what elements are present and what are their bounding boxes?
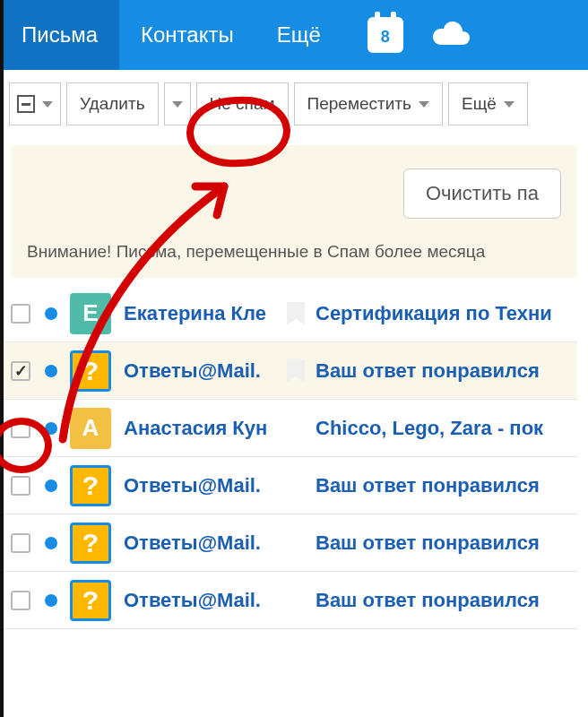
message-checkbox[interactable] (11, 304, 30, 324)
toolbar: Удалить Не спам Переместить Ещё (0, 70, 588, 138)
message-sender: Екатерина Кле (124, 302, 287, 325)
avatar: ? (70, 523, 111, 564)
message-sender: Анастасия Кун (124, 417, 287, 440)
message-subject: Chicco, Lego, Zara - пок (316, 417, 543, 440)
unread-dot-icon (45, 422, 57, 435)
message-row[interactable]: ЕЕкатерина КлеСертификация по Техни (0, 285, 577, 342)
bookmark-icon[interactable] (287, 302, 305, 325)
clear-folder-button[interactable]: Очистить па (403, 168, 561, 219)
message-checkbox[interactable] (11, 533, 30, 553)
avatar: Е (70, 293, 111, 334)
unread-dot-icon (45, 537, 57, 549)
message-subject: Ваш ответ понравился (316, 589, 540, 612)
message-row[interactable]: ?Ответы@Mail.Ваш ответ понравился (0, 572, 577, 629)
more-button[interactable]: Ещё (448, 82, 528, 125)
avatar: ? (70, 350, 111, 392)
not-spam-button[interactable]: Не спам (196, 82, 289, 125)
message-sender: Ответы@Mail. (124, 589, 287, 612)
message-sender: Ответы@Mail. (124, 474, 287, 497)
message-row[interactable]: ?Ответы@Mail.Ваш ответ понравился (0, 342, 577, 400)
unread-dot-icon (45, 365, 57, 377)
left-edge (0, 0, 4, 717)
warning-panel: Очистить па Внимание! Письма, перемещенн… (11, 145, 577, 278)
avatar: А (70, 408, 111, 449)
select-all-toggle[interactable] (9, 82, 61, 125)
message-checkbox[interactable] (11, 591, 30, 610)
avatar: ? (70, 580, 111, 621)
nav-more[interactable]: Ещё (255, 0, 342, 70)
cloud-icon[interactable] (428, 19, 471, 51)
message-checkbox[interactable] (11, 476, 30, 496)
message-checkbox[interactable] (11, 361, 30, 381)
message-checkbox[interactable] (11, 419, 30, 438)
message-subject: Сертификация по Техни (316, 302, 552, 325)
message-row[interactable]: ААнастасия КунChicco, Lego, Zara - пок (0, 400, 577, 457)
calendar-day: 8 (381, 28, 390, 47)
unread-dot-icon (45, 307, 57, 320)
message-subject: Ваш ответ понравился (316, 531, 540, 555)
avatar: ? (70, 465, 111, 506)
delete-button[interactable]: Удалить (66, 82, 159, 125)
bookmark-icon[interactable] (287, 359, 305, 383)
message-row[interactable]: ?Ответы@Mail.Ваш ответ понравился (0, 457, 577, 514)
nav-mail[interactable]: Письма (0, 0, 119, 70)
warning-text: Внимание! Письма, перемещенные в Спам бо… (27, 242, 561, 262)
unread-dot-icon (45, 594, 57, 607)
calendar-icon[interactable]: 8 (368, 17, 403, 53)
message-sender: Ответы@Mail. (124, 531, 287, 555)
message-list: ЕЕкатерина КлеСертификация по Техни?Отве… (0, 285, 577, 629)
message-sender: Ответы@Mail. (124, 359, 287, 383)
delete-dropdown[interactable] (164, 82, 191, 125)
top-nav: Письма Контакты Ещё 8 (0, 0, 588, 70)
message-subject: Ваш ответ понравился (316, 474, 540, 497)
move-button[interactable]: Переместить (294, 82, 443, 125)
message-row[interactable]: ?Ответы@Mail.Ваш ответ понравился (0, 514, 577, 572)
nav-contacts[interactable]: Контакты (119, 0, 255, 70)
message-subject: Ваш ответ понравился (316, 359, 540, 383)
unread-dot-icon (45, 479, 57, 492)
